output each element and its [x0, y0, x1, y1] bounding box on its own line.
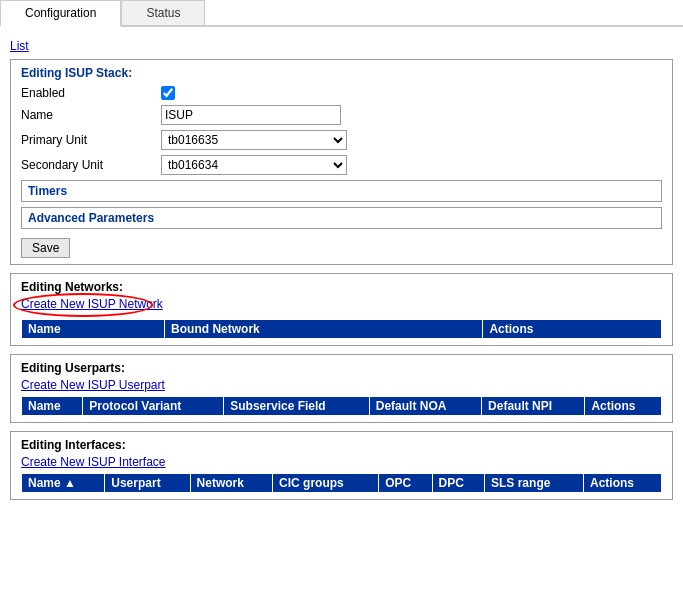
timers-label: Timers [28, 184, 67, 198]
networks-col-bound: Bound Network [165, 320, 483, 339]
tab-status[interactable]: Status [121, 0, 205, 25]
create-network-link[interactable]: Create New ISUP Network [21, 297, 163, 311]
create-userpart-link[interactable]: Create New ISUP Userpart [21, 378, 165, 392]
networks-table: Name Bound Network Actions [21, 319, 662, 339]
main-content: List Editing ISUP Stack: Enabled Name Pr… [0, 33, 683, 514]
userparts-col-npi: Default NPI [482, 397, 585, 416]
userparts-col-subservice: Subservice Field [224, 397, 369, 416]
tab-configuration[interactable]: Configuration [0, 0, 121, 27]
secondary-unit-row: Secondary Unit tb016634 tb016635 [21, 155, 662, 175]
userparts-col-name: Name [22, 397, 83, 416]
primary-unit-row: Primary Unit tb016635 tb016634 [21, 130, 662, 150]
name-label: Name [21, 108, 161, 122]
create-interface-link[interactable]: Create New ISUP Interface [21, 455, 166, 469]
userparts-header-row: Name Protocol Variant Subservice Field D… [22, 397, 662, 416]
isup-stack-section: Editing ISUP Stack: Enabled Name Primary… [10, 59, 673, 265]
interfaces-col-opc: OPC [379, 474, 432, 493]
editing-userparts-section: Editing Userparts: Create New ISUP Userp… [10, 354, 673, 423]
networks-header-row: Name Bound Network Actions [22, 320, 662, 339]
interfaces-table: Name ▲ Userpart Network CIC groups OPC D… [21, 473, 662, 493]
interfaces-header-row: Name ▲ Userpart Network CIC groups OPC D… [22, 474, 662, 493]
editing-networks-title: Editing Networks: [21, 280, 662, 294]
name-input[interactable] [161, 105, 341, 125]
userparts-col-noa: Default NOA [369, 397, 481, 416]
save-button[interactable]: Save [21, 238, 70, 258]
interfaces-col-network: Network [190, 474, 273, 493]
editing-userparts-title: Editing Userparts: [21, 361, 662, 375]
interfaces-col-name: Name ▲ [22, 474, 105, 493]
networks-col-name: Name [22, 320, 165, 339]
primary-unit-label: Primary Unit [21, 133, 161, 147]
timers-section[interactable]: Timers [21, 180, 662, 202]
networks-col-actions: Actions [483, 320, 662, 339]
editing-interfaces-title: Editing Interfaces: [21, 438, 662, 452]
secondary-unit-select[interactable]: tb016634 tb016635 [161, 155, 347, 175]
primary-unit-select[interactable]: tb016635 tb016634 [161, 130, 347, 150]
enabled-row: Enabled [21, 86, 662, 100]
interfaces-col-userpart: Userpart [105, 474, 190, 493]
enabled-checkbox[interactable] [161, 86, 175, 100]
enabled-label: Enabled [21, 86, 161, 100]
isup-stack-title: Editing ISUP Stack: [21, 66, 662, 80]
editing-interfaces-section: Editing Interfaces: Create New ISUP Inte… [10, 431, 673, 500]
name-row: Name [21, 105, 662, 125]
interfaces-col-dpc: DPC [432, 474, 484, 493]
userparts-col-actions: Actions [585, 397, 662, 416]
interfaces-col-cic: CIC groups [273, 474, 379, 493]
interfaces-col-sls: SLS range [485, 474, 584, 493]
userparts-col-protocol: Protocol Variant [83, 397, 224, 416]
editing-networks-section: Editing Networks: Create New ISUP Networ… [10, 273, 673, 346]
interfaces-col-actions: Actions [583, 474, 661, 493]
tabs-container: Configuration Status [0, 0, 683, 27]
userparts-table: Name Protocol Variant Subservice Field D… [21, 396, 662, 416]
advanced-parameters-section[interactable]: Advanced Parameters [21, 207, 662, 229]
advanced-parameters-label: Advanced Parameters [28, 211, 154, 225]
list-link[interactable]: List [10, 39, 673, 53]
secondary-unit-label: Secondary Unit [21, 158, 161, 172]
